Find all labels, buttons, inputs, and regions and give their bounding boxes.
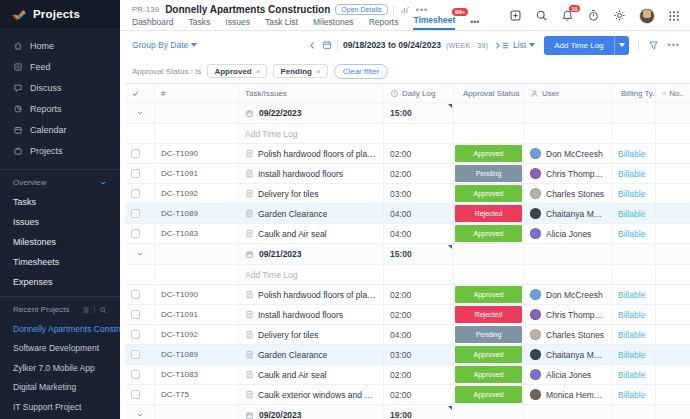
status-badge[interactable]: Pending	[455, 165, 522, 182]
sidebar-item-milestones[interactable]: Milestones	[0, 232, 120, 252]
table-row[interactable]: DC-T1083Caulk and Air seal04:00ApprovedA…	[125, 224, 690, 244]
calendar-icon[interactable]	[322, 40, 332, 50]
sidebar-item-feed[interactable]: Feed	[0, 56, 120, 77]
daily-log-cell[interactable]: 04:00	[384, 325, 454, 344]
status-badge[interactable]: Approved	[455, 386, 522, 403]
billable-link[interactable]: Billable	[618, 189, 645, 199]
row-checkbox[interactable]	[131, 330, 140, 339]
group-collapse-button[interactable]	[125, 244, 155, 264]
row-checkbox[interactable]	[131, 209, 140, 218]
view-switcher-dropdown[interactable]: List	[501, 40, 535, 50]
status-badge[interactable]: Pending	[455, 326, 522, 343]
task-name-link[interactable]: Polish hardwood floors of playroom	[258, 149, 377, 159]
tab-milestones[interactable]: Milestones	[313, 17, 354, 30]
billable-link[interactable]: Billable	[618, 169, 645, 179]
apps-grid-icon[interactable]	[668, 10, 680, 22]
add-time-log-button[interactable]: Add Time Log	[544, 36, 613, 55]
daily-log-cell[interactable]: 03:00	[384, 184, 454, 203]
remove-filter-icon[interactable]: ×	[256, 67, 261, 76]
daily-log-cell[interactable]: 02:00	[384, 365, 454, 384]
tab-timesheet[interactable]: Timesheet99+	[413, 15, 455, 30]
column-header-daily-log[interactable]: Daily Log	[384, 84, 454, 102]
user-avatar[interactable]	[639, 8, 655, 24]
billable-link[interactable]: Billable	[618, 290, 645, 300]
add-time-log-placeholder[interactable]: Add Time Log	[245, 270, 297, 280]
recent-project-item[interactable]: Software Development	[0, 339, 120, 359]
column-header-#[interactable]: #	[155, 84, 239, 102]
chart-icon[interactable]	[400, 5, 410, 15]
row-checkbox[interactable]	[131, 229, 140, 238]
sidebar-item-timesheets[interactable]: Timesheets	[0, 252, 120, 272]
add-time-log-menu-button[interactable]	[614, 36, 629, 55]
notifications-bell-icon[interactable]: 10	[561, 9, 574, 22]
column-header-no-[interactable]: No..	[656, 84, 690, 102]
status-badge[interactable]: Approved	[455, 145, 522, 162]
group-collapse-button[interactable]	[125, 405, 155, 419]
table-row[interactable]: DC-T1092Delivery for tiles04:00PendingCh…	[125, 325, 690, 345]
add-time-log-row[interactable]: Add Time Log	[125, 124, 690, 144]
group-by-dropdown[interactable]: Group By Date	[132, 40, 197, 50]
column-header-select[interactable]	[125, 84, 155, 102]
tab--[interactable]: •••	[470, 17, 479, 30]
sidebar-item-calendar[interactable]: Calendar	[0, 119, 120, 140]
task-name-link[interactable]: Garden Clearance	[258, 350, 327, 360]
sidebar-item-discuss[interactable]: Discuss	[0, 77, 120, 98]
sidebar-item-home[interactable]: Home	[0, 35, 120, 56]
filter-chip-pending[interactable]: Pending×	[273, 64, 327, 78]
table-row[interactable]: DC-T1091Install hardwood floors02:00Reje…	[125, 305, 690, 325]
row-checkbox[interactable]	[131, 169, 140, 178]
row-checkbox[interactable]	[131, 390, 140, 399]
recent-project-item[interactable]: Donnelly Apartments Construc	[0, 319, 120, 339]
daily-log-cell[interactable]: 04:00	[384, 204, 454, 223]
tab-reports[interactable]: Reports	[369, 17, 399, 30]
table-row[interactable]: DC-T75Caulk exterior windows and doors02…	[125, 385, 690, 405]
next-week-icon[interactable]	[493, 41, 502, 50]
recent-project-item[interactable]: Zylker 7.0 Mobile App	[0, 358, 120, 378]
filter-chip-approved[interactable]: Approved×	[207, 64, 267, 78]
task-name-link[interactable]: Delivery for tiles	[258, 189, 318, 199]
billable-link[interactable]: Billable	[618, 229, 645, 239]
clear-filter-button[interactable]: Clear filter	[334, 64, 388, 79]
daily-log-cell[interactable]: 02:00	[384, 285, 454, 304]
table-row[interactable]: DC-T1089Garden Clearance03:00ApprovedCha…	[125, 345, 690, 365]
daily-log-cell[interactable]: 02:00	[384, 164, 454, 183]
column-header-approval-status[interactable]: Approval Status	[454, 84, 524, 102]
task-name-link[interactable]: Polish hardwood floors of playroom	[258, 290, 377, 300]
row-checkbox[interactable]	[131, 149, 140, 158]
date-range-label[interactable]: 09/18/2023 to 09/24/2023	[343, 40, 441, 50]
daily-log-cell[interactable]: 02:00	[384, 385, 454, 404]
row-checkbox[interactable]	[131, 189, 140, 198]
settings-gear-icon[interactable]	[613, 9, 626, 22]
search-icon[interactable]	[535, 9, 548, 22]
task-name-link[interactable]: Caulk and Air seal	[258, 370, 327, 380]
row-checkbox[interactable]	[131, 290, 140, 299]
daily-log-cell[interactable]: 02:00	[384, 144, 454, 163]
row-checkbox[interactable]	[131, 310, 140, 319]
recent-project-item[interactable]: IT Support Project	[0, 397, 120, 417]
table-row[interactable]: DC-T1089Garden Clearance04:00RejectedCha…	[125, 204, 690, 224]
tab-task-list[interactable]: Task List	[265, 17, 298, 30]
billable-link[interactable]: Billable	[618, 350, 645, 360]
group-collapse-button[interactable]	[125, 103, 155, 123]
billable-link[interactable]: Billable	[618, 209, 645, 219]
billable-link[interactable]: Billable	[618, 390, 645, 400]
task-name-link[interactable]: Install hardwood floors	[258, 310, 343, 320]
column-header-user[interactable]: User	[524, 84, 612, 102]
billable-link[interactable]: Billable	[618, 149, 645, 159]
column-header-billing-ty-[interactable]: Billing Ty...	[612, 84, 656, 102]
daily-log-cell[interactable]: 03:00	[384, 345, 454, 364]
table-row[interactable]: DC-T1083Caulk and Air seal02:00ApprovedA…	[125, 365, 690, 385]
prev-week-icon[interactable]	[308, 41, 317, 50]
status-badge[interactable]: Rejected	[455, 306, 522, 323]
add-time-log-row[interactable]: Add Time Log	[125, 265, 690, 285]
table-row[interactable]: DC-T1090Polish hardwood floors of playro…	[125, 285, 690, 305]
sidebar-item-expenses[interactable]: Expenses	[0, 272, 120, 292]
add-time-log-placeholder[interactable]: Add Time Log	[245, 129, 297, 139]
billable-link[interactable]: Billable	[618, 310, 645, 320]
sidebar-item-projects[interactable]: Projects	[0, 140, 120, 161]
table-row[interactable]: DC-T1092Delivery for tiles03:00ApprovedC…	[125, 184, 690, 204]
tab-dashboard[interactable]: Dashboard	[132, 17, 174, 30]
filter-funnel-icon[interactable]	[648, 40, 659, 51]
task-name-link[interactable]: Caulk exterior windows and doors	[258, 390, 377, 400]
status-badge[interactable]: Approved	[455, 346, 522, 363]
